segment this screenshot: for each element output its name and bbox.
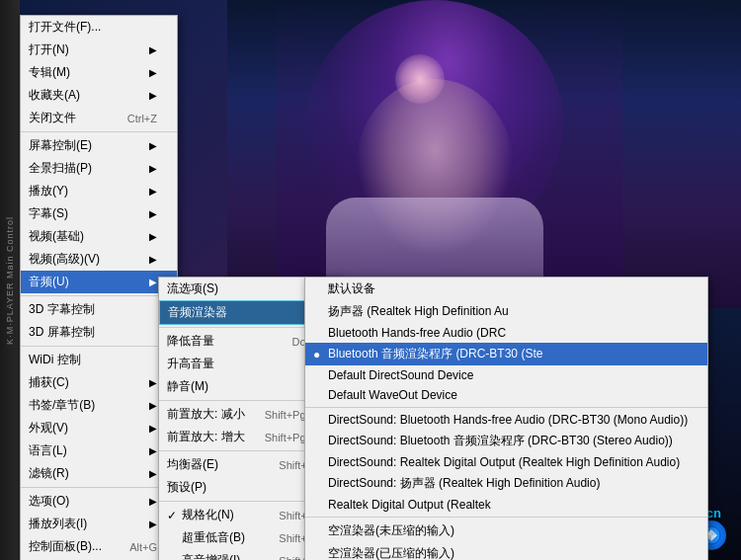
menu-sep-4 (21, 487, 177, 488)
menu-item-fullscreen[interactable]: 全景扫描(P) ▶ (21, 157, 177, 180)
device-submenu: 默认设备 扬声器 (Realtek High Definition Au Blu… (304, 277, 708, 560)
menu-item-album[interactable]: 专辑(M) ▶ (21, 61, 177, 84)
main-context-menu: 打开文件(F)... 打开(N) ▶ 专辑(M) ▶ 收藏夹(A) ▶ 关闭文件… (20, 15, 178, 560)
menu-item-bookmark[interactable]: 书签/章节(B) ▶ (21, 394, 177, 417)
menu-item-3d-screen[interactable]: 3D 屏幕控制 (21, 321, 177, 344)
device-bt-renderer[interactable]: ● Bluetooth 音频渲染程序 (DRC-BT30 (Ste (305, 343, 707, 365)
device-sep-2 (305, 517, 707, 518)
menu-sep-1 (21, 131, 177, 132)
menu-item-open-file[interactable]: 打开文件(F)... (21, 16, 177, 39)
menu-item-filter[interactable]: 滤镜(R) ▶ (21, 462, 177, 485)
menu-item-video-basic[interactable]: 视频(基础) ▶ (21, 225, 177, 248)
device-ds-bt-handsfree-mono[interactable]: DirectSound: Bluetooth Hands-free Audio … (305, 410, 707, 430)
menu-item-control-panel[interactable]: 控制面板(B)... Alt+G (21, 535, 177, 558)
menu-sep-3 (21, 346, 177, 347)
menu-sep-2 (21, 295, 177, 296)
menu-item-subtitles[interactable]: 字幕(S) ▶ (21, 202, 177, 225)
menu-item-video-adv[interactable]: 视频(高级)(V) ▶ (21, 248, 177, 271)
menu-item-open[interactable]: 打开(N) ▶ (21, 39, 177, 61)
menu-item-options[interactable]: 选项(O) ▶ (21, 490, 177, 513)
menu-item-screen-control[interactable]: 屏幕控制(E) ▶ (21, 134, 177, 157)
menu-item-audio[interactable]: 音频(U) ▶ (21, 271, 177, 293)
device-default[interactable]: 默认设备 (305, 278, 707, 300)
device-default-waveout[interactable]: Default WaveOut Device (305, 385, 707, 405)
menu-item-language[interactable]: 语言(L) ▶ (21, 440, 177, 462)
menu-item-3d-subtitle[interactable]: 3D 字幕控制 (21, 298, 177, 321)
kmplayer-sidebar-label: K·M·PLAYER Main Control (5, 216, 15, 345)
menu-item-favorites[interactable]: 收藏夹(A) ▶ (21, 84, 177, 107)
device-bt-handsfree[interactable]: Bluetooth Hands-free Audio (DRC (305, 323, 707, 343)
device-ds-realtek-speaker[interactable]: DirectSound: 扬声器 (Realtek High Definitio… (305, 472, 707, 495)
device-air-uncompressed[interactable]: 空渲染器(未压缩的输入) (305, 520, 707, 542)
menu-item-playlist[interactable]: 播放列表(I) ▶ (21, 513, 177, 535)
device-ds-realtek-digital[interactable]: DirectSound: Realtek Digital Output (Rea… (305, 452, 707, 472)
device-default-directsound[interactable]: Default DirectSound Device (305, 365, 707, 385)
menu-item-external[interactable]: 外观(V) ▶ (21, 417, 177, 440)
menu-item-capture[interactable]: 捕获(C) ▶ (21, 371, 177, 394)
device-sep-1 (305, 407, 707, 408)
menu-item-close-file[interactable]: 关闭文件 Ctrl+Z (21, 107, 177, 129)
menu-item-widi[interactable]: WiDi 控制 (21, 349, 177, 371)
kmplayer-sidebar: K·M·PLAYER Main Control (0, 0, 20, 560)
menu-item-playback[interactable]: 播放(Y) ▶ (21, 180, 177, 202)
device-air-compressed[interactable]: 空渲染器(已压缩的输入) (305, 542, 707, 560)
device-ds-bt-renderer[interactable]: DirectSound: Bluetooth 音频渲染程序 (DRC-BT30 … (305, 430, 707, 452)
device-speaker-realtek[interactable]: 扬声器 (Realtek High Definition Au (305, 300, 707, 323)
device-realtek-digital[interactable]: Realtek Digital Output (Realtek (305, 495, 707, 515)
